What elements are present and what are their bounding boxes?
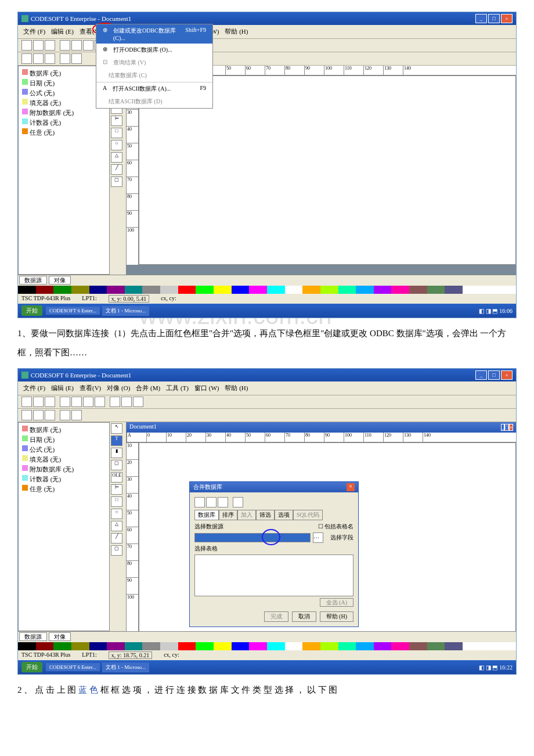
menu-edit[interactable]: 编辑 (E) — [49, 27, 75, 37]
icon[interactable] — [33, 53, 44, 64]
copy-icon[interactable] — [121, 397, 132, 407]
menu-view[interactable]: 查看(V) — [78, 383, 103, 393]
start-button[interactable]: 开始 — [21, 305, 42, 316]
menu-tool[interactable]: 工具 (T) — [164, 383, 190, 393]
menu-merge[interactable]: 合并 (M) — [134, 383, 162, 393]
save-icon[interactable] — [45, 40, 55, 51]
diag-tool-icon[interactable]: ╱ — [111, 164, 122, 175]
tab-sort[interactable]: 排序 — [219, 510, 237, 520]
sb-any[interactable]: 任意 (无) — [21, 484, 107, 494]
sb-database[interactable]: 数据库 (无) — [21, 425, 107, 435]
new-icon[interactable] — [194, 497, 205, 507]
barcode-icon[interactable]: ▮ — [111, 448, 122, 458]
color-palette[interactable] — [18, 642, 516, 650]
icon[interactable] — [45, 410, 55, 420]
zoom-icon[interactable] — [60, 53, 70, 64]
selectall-button[interactable]: 全选 (A) — [320, 598, 353, 607]
icon[interactable] — [45, 53, 55, 64]
icon[interactable] — [21, 53, 32, 64]
print-icon[interactable] — [60, 40, 70, 51]
cut-icon[interactable] — [110, 397, 120, 407]
open-icon[interactable] — [33, 397, 44, 407]
icon[interactable] — [95, 397, 105, 407]
menu-win[interactable]: 窗口 (W) — [193, 383, 221, 393]
menu-help[interactable]: 帮助 (H) — [223, 27, 250, 37]
dd-end-ascii[interactable]: 结束ASCII数据库 (D) — [96, 95, 212, 108]
tab-join[interactable]: 加入 — [237, 510, 256, 520]
new-icon[interactable] — [21, 40, 32, 51]
sb-filler[interactable]: 填充器 (无) — [21, 455, 107, 465]
menu-edit[interactable]: 编辑 (E) — [49, 383, 75, 393]
sb-date[interactable]: 日期 (无) — [21, 78, 107, 88]
poly-tool-icon[interactable]: △ — [111, 521, 122, 531]
task-codesoft[interactable]: CODESOFT 6 Enter... — [46, 307, 100, 315]
rrect-tool-icon[interactable]: ▢ — [111, 545, 122, 556]
chk-include-table[interactable]: 包括表格名 — [324, 523, 353, 530]
tab-database[interactable]: 数据库 — [194, 510, 219, 520]
sb-attach[interactable]: 附加数据库 (无) — [21, 108, 107, 118]
browse-button[interactable]: … — [313, 532, 323, 543]
icon[interactable] — [60, 397, 70, 407]
minimize-button[interactable]: _ — [475, 370, 487, 380]
zoom-icon[interactable] — [60, 410, 70, 420]
refresh-icon[interactable] — [233, 497, 243, 507]
sb-formula[interactable]: 公式 (无) — [21, 445, 107, 455]
ole-icon[interactable]: OLE — [111, 472, 122, 483]
minimize-button[interactable]: _ — [475, 14, 487, 23]
finish-button[interactable]: 完成 — [264, 611, 288, 622]
sb-filler[interactable]: 填充器 (无) — [21, 98, 107, 108]
menu-file[interactable]: 文件 (F) — [21, 27, 47, 37]
task-word[interactable]: 文档 1 - Microso... — [102, 306, 149, 316]
tab-objects[interactable]: 对像 — [49, 632, 71, 641]
tab-option[interactable]: 选项 — [275, 510, 293, 520]
menu-help[interactable]: 帮助 (H) — [223, 383, 250, 393]
tab-filter[interactable]: 筛选 — [256, 510, 275, 520]
rect-tool-icon[interactable]: □ — [111, 496, 122, 507]
dd-open-ascii[interactable]: A打开ASCII数据库 (A)...F9 — [96, 82, 212, 95]
help-button[interactable]: 帮助 (H) — [320, 611, 353, 622]
open-icon[interactable] — [33, 40, 44, 51]
icon[interactable] — [71, 53, 82, 64]
label-page[interactable]: 合并数据库× 数据库 排序 加入 筛选 选项 SQL代码 选择数据源 ☐ 包括表… — [139, 442, 516, 631]
sb-formula[interactable]: 公式 (无) — [21, 88, 107, 98]
icon[interactable] — [71, 410, 82, 420]
preview-icon[interactable] — [71, 40, 82, 51]
sb-counter[interactable]: 计数器 (无) — [21, 118, 107, 128]
menu-obj[interactable]: 对像 (O) — [105, 383, 132, 393]
rrect-tool-icon[interactable]: ▢ — [111, 177, 122, 187]
icon[interactable] — [83, 397, 93, 407]
open-icon[interactable] — [206, 497, 217, 507]
poly-tool-icon[interactable]: △ — [111, 152, 122, 163]
dd-open-odbc[interactable]: ⊕打开ODBC数据库 (O)... — [96, 44, 212, 56]
dd-query-result[interactable]: ⊡查询结果 (V) — [96, 56, 212, 69]
start-button[interactable]: 开始 — [21, 662, 42, 672]
doc-close[interactable]: × — [509, 424, 513, 431]
tab-objects[interactable]: 对像 — [49, 276, 71, 285]
rect-tool-icon[interactable]: □ — [111, 128, 122, 138]
menu-file[interactable]: 文件 (F) — [21, 383, 47, 393]
tab-sql[interactable]: SQL代码 — [293, 510, 323, 520]
task-codesoft[interactable]: CODESOFT 6 Enter... — [46, 663, 100, 671]
tab-datasource[interactable]: 数据源 — [19, 276, 47, 285]
table-listbox[interactable] — [194, 555, 353, 596]
paste-icon[interactable] — [133, 397, 143, 407]
sb-database[interactable]: 数据库 (无) — [21, 69, 107, 78]
close-button[interactable]: × — [501, 14, 513, 23]
close-button[interactable]: × — [501, 370, 513, 380]
circle-tool-icon[interactable]: ○ — [111, 509, 122, 519]
icon[interactable] — [83, 40, 93, 51]
datasource-input[interactable] — [194, 533, 311, 542]
dd-create-odbc[interactable]: ⊕创建或更改ODBC数据库 (C)...Shift+F9 — [96, 24, 212, 44]
sb-counter[interactable]: 计数器 (无) — [21, 474, 107, 484]
dlg-close-button[interactable]: × — [347, 483, 355, 491]
image-icon[interactable]: ▢ — [111, 460, 122, 470]
circle-tool-icon[interactable]: ○ — [111, 140, 122, 150]
tab-datasource[interactable]: 数据源 — [19, 632, 47, 641]
sb-any[interactable]: 任意 (无) — [21, 128, 107, 138]
task-word[interactable]: 文档 1 - Microso... — [102, 663, 149, 672]
cancel-button[interactable]: 取消 — [292, 611, 316, 622]
save-icon[interactable] — [218, 497, 228, 507]
maximize-button[interactable]: □ — [488, 370, 500, 380]
sb-attach[interactable]: 附加数据库 (无) — [21, 465, 107, 474]
icon[interactable] — [21, 410, 32, 420]
